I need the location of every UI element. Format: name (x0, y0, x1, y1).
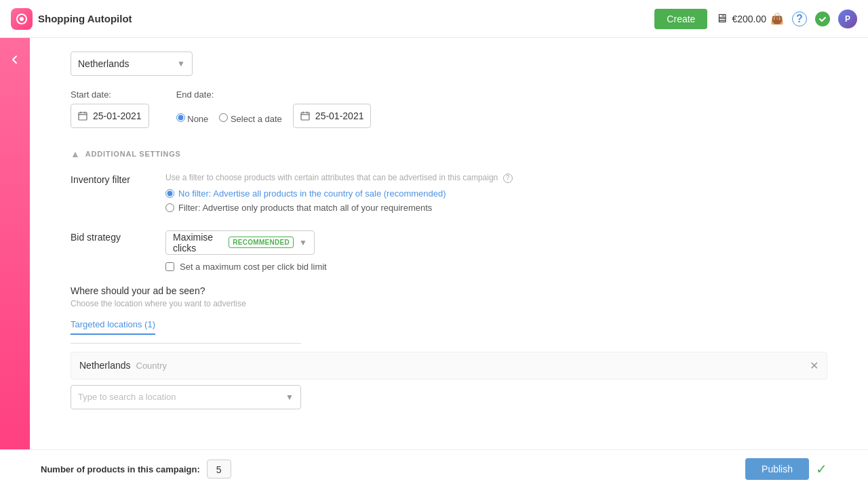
end-date-input[interactable]: 25-01-2021 (293, 104, 372, 128)
back-button[interactable] (4, 49, 26, 70)
targeted-locations-tab[interactable]: Targeted locations (1) (71, 317, 155, 335)
bid-strategy-label: Bid strategy (71, 230, 165, 243)
inventory-filter-helper-text: Use a filter to choose products with cer… (165, 173, 498, 182)
bottom-bar: Number of products in this campaign: 5 P… (0, 449, 868, 488)
location-search-placeholder: Type to search a location (78, 392, 176, 402)
products-count: 5 (207, 460, 231, 479)
balance-display: 🖥 €200.00 👜 (715, 12, 784, 26)
location-remove-button[interactable]: ✕ (810, 359, 818, 372)
location-name: Netherlands (79, 360, 131, 371)
help-icon[interactable]: ? (792, 12, 807, 26)
main-layout: Netherlands ▼ Start date: 25-01-2021 End… (0, 38, 868, 449)
inventory-no-filter-radio[interactable] (165, 189, 174, 198)
bid-strategy-value: Maximise clicks (173, 232, 223, 253)
wallet-icon: 👜 (770, 12, 784, 25)
bid-strategy-chevron-icon: ▼ (299, 238, 307, 247)
end-date-select-label: Select a date (231, 114, 282, 124)
location-search-chevron-icon: ▼ (285, 392, 294, 402)
location-search-input[interactable]: Type to search a location ▼ (71, 385, 301, 409)
ad-location-subtitle: Choose the location where you want to ad… (71, 299, 827, 308)
status-check-icon (815, 12, 830, 26)
max-cpc-label: Set a maximum cost per click bid limit (180, 262, 327, 272)
inventory-filter-option[interactable]: Filter: Advertise only products that mat… (165, 203, 827, 213)
calendar-end-icon (300, 111, 310, 121)
recommended-badge: RECOMMENDED (229, 237, 294, 248)
max-cpc-checkbox-label[interactable]: Set a maximum cost per click bid limit (165, 262, 827, 272)
svg-rect-0 (79, 113, 87, 120)
end-date-select-option[interactable]: Select a date (219, 113, 282, 124)
calendar-icon (78, 111, 87, 121)
start-date-group: Start date: 25-01-2021 (71, 89, 149, 128)
start-date-label: Start date: (71, 89, 149, 100)
start-date-value: 25-01-2021 (93, 110, 142, 121)
help-circle-icon: ? (503, 174, 513, 183)
additional-settings-title: ADDITIONAL SETTINGS (85, 150, 181, 158)
date-row: Start date: 25-01-2021 End date: None Se… (71, 89, 827, 128)
navbar: Shopping Autopilot Create 🖥 €200.00 👜 ? … (0, 0, 868, 38)
inventory-filter-content: Use a filter to choose products with cer… (165, 173, 827, 217)
publish-check-icon: ✓ (816, 461, 827, 477)
monitor-icon: 🖥 (715, 12, 728, 26)
end-date-none-option[interactable]: None (176, 113, 209, 124)
navbar-right: Create 🖥 €200.00 👜 ? P (654, 9, 857, 29)
end-date-select-radio[interactable] (219, 113, 228, 122)
inventory-filter-helper: Use a filter to choose products with cer… (165, 173, 827, 183)
end-date-none-radio[interactable] (176, 113, 185, 122)
sidebar (0, 38, 30, 449)
inventory-no-filter-link[interactable]: No filter: Advertise all products in the… (178, 188, 446, 199)
ad-location-section: Where should your ad be seen? Choose the… (71, 285, 827, 409)
end-date-options: None Select a date 25-01-2021 (176, 104, 372, 128)
max-cpc-checkbox[interactable] (165, 262, 174, 271)
inventory-filter-text: Filter: Advertise only products that mat… (178, 203, 432, 213)
app-name: Shopping Autopilot (38, 13, 132, 24)
location-row-netherlands: Netherlands Country ✕ (71, 352, 827, 380)
bid-strategy-select[interactable]: Maximise clicks RECOMMENDED ▼ (165, 230, 315, 255)
country-select-value: Netherlands (78, 58, 177, 69)
ad-location-title: Where should your ad be seen? (71, 285, 827, 296)
products-label: Number of products in this campaign: (41, 464, 200, 474)
inventory-filter-row: Inventory filter Use a filter to choose … (71, 173, 827, 217)
end-date-value: 25-01-2021 (315, 110, 364, 121)
country-select-wrapper: Netherlands ▼ (71, 52, 827, 76)
user-avatar[interactable]: P (838, 9, 857, 28)
country-select[interactable]: Netherlands ▼ (71, 52, 193, 76)
start-date-input[interactable]: 25-01-2021 (71, 104, 149, 128)
location-type: Country (136, 361, 167, 371)
publish-button[interactable]: Publish (745, 458, 809, 480)
bid-strategy-content: Maximise clicks RECOMMENDED ▼ Set a maxi… (165, 230, 827, 272)
additional-settings-header[interactable]: ▲ ADDITIONAL SETTINGS (71, 148, 827, 159)
end-date-group: End date: None Select a date 25-01-2021 (176, 89, 372, 128)
content-area: Netherlands ▼ Start date: 25-01-2021 End… (30, 38, 868, 449)
country-chevron-icon: ▼ (177, 59, 185, 68)
svg-rect-1 (301, 113, 309, 120)
end-date-label: End date: (176, 89, 372, 100)
app-logo (11, 8, 33, 30)
balance-amount: €200.00 (732, 14, 766, 24)
end-date-none-label: None (187, 114, 208, 124)
inventory-no-filter-option[interactable]: No filter: Advertise all products in the… (165, 188, 827, 199)
chevron-up-icon: ▲ (71, 148, 80, 159)
bid-strategy-row: Bid strategy Maximise clicks RECOMMENDED… (71, 230, 827, 272)
inventory-filter-label: Inventory filter (71, 173, 165, 185)
create-button[interactable]: Create (654, 9, 707, 29)
inventory-filter-radio[interactable] (165, 203, 174, 212)
